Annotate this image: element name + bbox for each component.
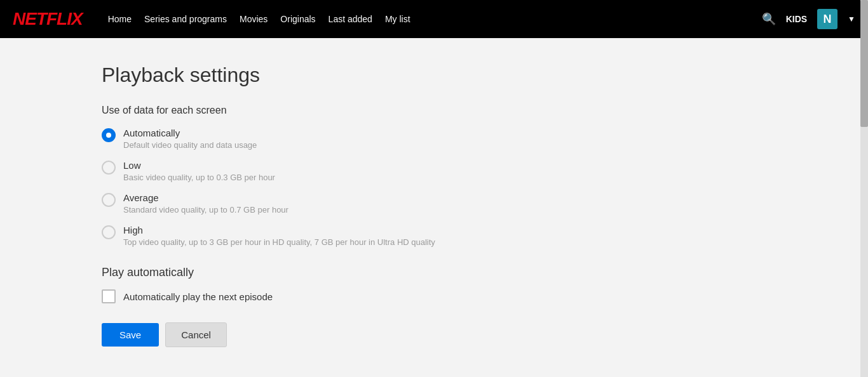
main-content: Playback settings Use of data for each s… [0, 38, 572, 373]
nav-movies[interactable]: Movies [240, 14, 268, 24]
nav-last-added[interactable]: Last added [329, 14, 372, 24]
radio-label-auto: Automatically [123, 128, 257, 138]
play-auto-section: Play automatically Automatically play th… [102, 266, 470, 303]
radio-high[interactable]: High Top video quality, up to 3 GB per h… [102, 225, 470, 247]
nav-originals[interactable]: Originals [280, 14, 315, 24]
play-auto-title: Play automatically [102, 266, 470, 279]
autoplay-checkbox[interactable] [102, 289, 116, 303]
main-nav: Home Series and programs Movies Original… [108, 14, 743, 24]
autoplay-checkbox-row[interactable]: Automatically play the next episode [102, 289, 470, 303]
radio-text-high: High Top video quality, up to 3 GB per h… [123, 225, 435, 247]
page-title: Playback settings [102, 63, 470, 87]
radio-label-low: Low [123, 160, 275, 171]
scrollbar-track[interactable] [860, 0, 868, 377]
avatar[interactable]: N [817, 9, 837, 29]
data-section: Use of data for each screen Automaticall… [102, 105, 470, 247]
radio-desc-average: Standard video quality, up to 0.7 GB per… [123, 205, 288, 215]
nav-my-list[interactable]: My list [385, 14, 410, 24]
quality-radio-group: Automatically Default video quality and … [102, 128, 470, 247]
data-section-title: Use of data for each screen [102, 105, 470, 116]
radio-desc-low: Basic video quality, up to 0.3 GB per ho… [123, 173, 275, 182]
header-right: 🔍 KIDS N ▼ [762, 9, 855, 29]
nav-home[interactable]: Home [108, 14, 132, 24]
kids-button[interactable]: KIDS [786, 14, 807, 24]
radio-btn-high[interactable] [102, 225, 116, 239]
radio-low[interactable]: Low Basic video quality, up to 0.3 GB pe… [102, 160, 470, 182]
button-row: Save Cancel [102, 322, 470, 347]
cancel-button[interactable]: Cancel [165, 322, 227, 347]
radio-text-average: Average Standard video quality, up to 0.… [123, 192, 288, 215]
radio-text-low: Low Basic video quality, up to 0.3 GB pe… [123, 160, 275, 182]
radio-average[interactable]: Average Standard video quality, up to 0.… [102, 192, 470, 215]
chevron-down-icon[interactable]: ▼ [848, 15, 855, 23]
netflix-logo[interactable]: NETFLIX [13, 9, 83, 29]
radio-btn-average[interactable] [102, 193, 116, 207]
radio-btn-low[interactable] [102, 161, 116, 175]
autoplay-label: Automatically play the next episode [123, 291, 273, 302]
nav-series[interactable]: Series and programs [144, 14, 227, 24]
radio-desc-high: Top video quality, up to 3 GB per hour i… [123, 237, 435, 247]
radio-auto[interactable]: Automatically Default video quality and … [102, 128, 470, 150]
scrollbar-thumb[interactable] [860, 0, 868, 127]
header: NETFLIX Home Series and programs Movies … [0, 0, 868, 38]
radio-text-auto: Automatically Default video quality and … [123, 128, 257, 150]
search-icon[interactable]: 🔍 [762, 12, 776, 26]
radio-btn-auto[interactable] [102, 128, 116, 142]
radio-label-average: Average [123, 192, 288, 203]
save-button[interactable]: Save [102, 323, 159, 347]
radio-label-high: High [123, 225, 435, 235]
radio-desc-auto: Default video quality and data usage [123, 140, 257, 150]
